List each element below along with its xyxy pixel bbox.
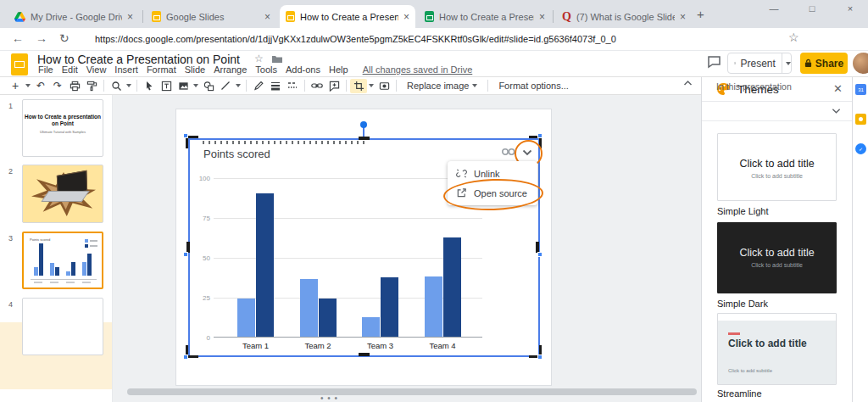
keep-icon[interactable] — [855, 114, 866, 125]
resize-handle[interactable] — [537, 252, 542, 257]
tab-close-icon[interactable]: × — [264, 12, 270, 22]
border-weight-button[interactable] — [267, 79, 284, 93]
bar-series-1 — [300, 279, 318, 337]
resize-handle[interactable] — [537, 133, 542, 138]
new-tab-button[interactable]: + — [697, 7, 704, 21]
window-maximize-button[interactable]: □ — [804, 3, 821, 14]
undo-button[interactable]: ↶ — [32, 79, 49, 93]
menu-bar: FileEditViewInsertFormatSlideArrangeTool… — [34, 64, 472, 75]
forward-icon[interactable]: → — [36, 31, 47, 45]
calendar-icon[interactable]: 31 — [855, 84, 866, 95]
zoom-button[interactable] — [108, 79, 125, 93]
themes-section-header[interactable] — [702, 102, 852, 121]
tab-quora[interactable]: Q (7) What is Google Slides? - Quo × — [556, 5, 692, 28]
menu-tools[interactable]: Tools — [251, 64, 281, 75]
tab-presentation-sheet[interactable]: How to Create a Presentation on × — [419, 5, 551, 28]
tab-close-icon[interactable]: × — [403, 12, 409, 22]
category-label: Team 3 — [351, 341, 410, 350]
new-slide-button[interactable]: + — [7, 79, 24, 93]
image-dropdown-icon[interactable] — [192, 79, 200, 93]
slide-number: 1 — [8, 102, 13, 110]
tab-close-icon[interactable]: × — [680, 12, 686, 22]
crop-image-button[interactable] — [350, 79, 367, 93]
tab-title: (7) What is Google Slides? - Quo — [576, 12, 675, 22]
insert-link-button[interactable] — [309, 79, 326, 93]
close-panel-icon[interactable]: ✕ — [833, 82, 843, 95]
workspace-side-panel: 31 ✓ — [852, 77, 868, 402]
border-dash-button[interactable] — [284, 79, 301, 93]
menu-help[interactable]: Help — [325, 64, 353, 75]
speaker-notes-handle[interactable]: • • • — [320, 394, 338, 402]
menu-format[interactable]: Format — [142, 64, 181, 75]
comment-history-icon[interactable] — [707, 55, 721, 69]
bar-series-2 — [256, 193, 274, 337]
horizontal-scrollbar[interactable] — [127, 388, 697, 395]
insert-shape-button[interactable] — [200, 79, 217, 93]
theme-card-streamline[interactable]: Click to add titleClick to add subtitle — [717, 313, 837, 385]
reload-icon[interactable]: ↻ — [59, 31, 70, 45]
tab-close-icon[interactable]: × — [539, 12, 545, 22]
url-bar[interactable]: https://docs.google.com/presentation/d/1… — [95, 34, 756, 44]
menu-arrange[interactable]: Arrange — [209, 64, 251, 75]
zoom-dropdown-icon[interactable] — [125, 79, 133, 93]
menu-insert[interactable]: Insert — [110, 64, 142, 75]
slide-thumbnail-3-selected[interactable]: Points scored — [22, 232, 103, 289]
insert-comment-button[interactable] — [326, 79, 342, 93]
slide-thumbnail-2[interactable] — [22, 165, 103, 223]
insert-line-button[interactable] — [217, 79, 234, 93]
tab-my-drive[interactable]: My Drive - Google Drive × — [8, 5, 139, 28]
paint-format-button[interactable] — [83, 79, 100, 93]
back-icon[interactable]: ← — [12, 31, 24, 45]
text-box-button[interactable] — [158, 79, 175, 93]
account-avatar[interactable] — [853, 53, 868, 74]
tasks-icon[interactable]: ✓ — [855, 143, 866, 154]
tab-presentation-active[interactable]: How to Create a Presentation on × — [280, 5, 415, 28]
crop-edge-handle-bottom[interactable] — [359, 353, 370, 356]
tab-close-icon[interactable]: × — [127, 12, 133, 22]
resize-handle[interactable] — [183, 252, 188, 257]
slide-thumbnail-4[interactable] — [22, 298, 103, 355]
thumb-bar — [50, 263, 54, 276]
theme-card-simple-dark[interactable]: Click to add titleClick to add subtitle — [717, 222, 837, 293]
crop-edge-handle-top[interactable] — [359, 137, 370, 140]
section-chevron-down-icon[interactable] — [832, 108, 841, 114]
window-close-button[interactable]: × — [842, 3, 859, 14]
present-button[interactable]: Present — [727, 53, 792, 74]
menu-file[interactable]: File — [34, 64, 58, 75]
select-tool-button[interactable] — [141, 79, 158, 93]
replace-image-button[interactable]: Replace image — [400, 81, 484, 91]
hide-menus-chevron-icon[interactable] — [683, 80, 693, 87]
save-status-link[interactable]: All changes saved in Drive — [363, 64, 473, 75]
share-button[interactable]: Share — [800, 53, 848, 74]
rotation-handle[interactable] — [360, 121, 367, 128]
new-slide-dropdown-icon[interactable] — [24, 79, 32, 93]
present-dropdown-icon[interactable] — [786, 62, 791, 65]
crop-dropdown-icon[interactable] — [367, 79, 376, 93]
resize-handle[interactable] — [537, 355, 542, 360]
browser-tab-bar: My Drive - Google Drive × Google Slides … — [0, 0, 868, 28]
bar-series-2 — [319, 299, 337, 337]
menu-slide[interactable]: Slide — [181, 64, 209, 75]
star-document-icon[interactable]: ☆ — [254, 53, 264, 64]
move-folder-icon[interactable] — [271, 54, 283, 64]
window-minimize-button[interactable]: — — [765, 3, 782, 14]
thumb-subtitle: Ultimate Tutorial with Samples — [23, 130, 103, 134]
insert-image-button[interactable] — [175, 79, 192, 93]
border-color-button[interactable] — [250, 79, 267, 93]
resize-handle[interactable] — [183, 133, 188, 138]
mask-image-button[interactable] — [376, 79, 392, 93]
redo-button[interactable]: ↷ — [49, 79, 66, 93]
format-options-button[interactable]: Format options... — [492, 81, 576, 91]
google-slides-logo[interactable] — [11, 53, 28, 75]
menu-view[interactable]: View — [82, 64, 111, 75]
resize-handle[interactable] — [183, 355, 188, 360]
y-axis-label: 50 — [192, 254, 210, 262]
print-button[interactable] — [66, 79, 83, 93]
line-dropdown-icon[interactable] — [234, 79, 242, 93]
tab-google-slides[interactable]: Google Slides × — [146, 5, 276, 28]
menu-addons[interactable]: Add-ons — [281, 64, 325, 75]
bookmark-star-icon[interactable]: ☆ — [788, 31, 799, 44]
theme-card-simple-light[interactable]: Click to add titleClick to add subtitle — [717, 133, 837, 201]
slide-thumbnail-1[interactable]: How to Create a presentation on Point Ul… — [22, 99, 103, 157]
menu-edit[interactable]: Edit — [58, 64, 82, 75]
